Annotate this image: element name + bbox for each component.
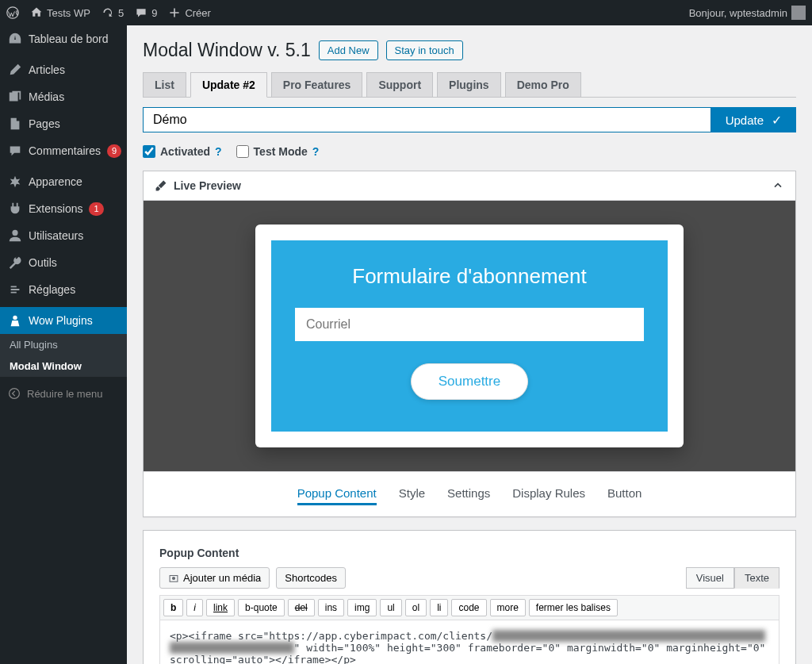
code-text-pre: <p><iframe src="https://app.cyberimpact.… [170, 630, 492, 642]
menu-label: Extensions [29, 202, 82, 215]
menu-appearance[interactable]: Apparence [0, 168, 127, 195]
svg-point-3 [10, 389, 20, 399]
nav-tabs: List Update #2 Pro Features Support Plug… [143, 72, 796, 98]
menu-media[interactable]: Médias [0, 83, 127, 110]
tab-plugins[interactable]: Plugins [437, 72, 501, 97]
panel-toggle[interactable]: Live Preview [144, 171, 795, 201]
svg-point-4 [172, 576, 175, 579]
email-field[interactable] [295, 308, 644, 341]
menu-dashboard[interactable]: Tableau de bord [0, 25, 127, 52]
user-greeting[interactable]: Bonjour, wptestadmin [689, 6, 806, 20]
test-mode-label: Test Mode [254, 145, 308, 158]
menu-tools[interactable]: Outils [0, 249, 127, 276]
menu-label: Pages [29, 117, 60, 130]
submenu-modal-window[interactable]: Modal Window [0, 355, 127, 377]
stay-in-touch-button[interactable]: Stay in touch [386, 40, 463, 60]
subtab-style[interactable]: Style [399, 486, 425, 505]
admin-bar: Tests WP 5 9 Créer Bonjour, wptestadmin [0, 0, 812, 25]
toolbar-close-tags[interactable]: fermer les balises [529, 599, 618, 616]
tab-pro-features[interactable]: Pro Features [271, 72, 363, 97]
code-textarea[interactable]: <p><iframe src="https://app.cyberimpact.… [159, 620, 779, 664]
submit-button[interactable]: Soumettre [411, 363, 528, 400]
site-link[interactable]: Tests WP [30, 6, 90, 19]
help-icon[interactable]: ? [215, 145, 222, 158]
svg-point-1 [12, 230, 17, 236]
panel-title: Live Preview [174, 179, 241, 192]
subtab-popup-content[interactable]: Popup Content [297, 486, 377, 505]
tab-list[interactable]: List [143, 72, 186, 97]
toolbar-del[interactable]: del [288, 599, 315, 616]
comments-link[interactable]: 9 [135, 6, 157, 19]
menu-label: Articles [29, 63, 65, 76]
toolbar-more[interactable]: more [490, 599, 526, 616]
toolbar-ol[interactable]: ol [405, 599, 427, 616]
updates-link[interactable]: 5 [102, 6, 124, 19]
modal-heading: Formulaire d'abonnement [295, 264, 644, 289]
menu-label: Wow Plugins [29, 314, 93, 327]
media-icon [168, 573, 179, 584]
test-mode-checkbox[interactable]: Test Mode? [236, 145, 320, 158]
menu-users[interactable]: Utilisateurs [0, 222, 127, 249]
toolbar-ins[interactable]: ins [318, 599, 344, 616]
menu-label: Utilisateurs [29, 229, 83, 242]
menu-label: Médias [29, 90, 64, 103]
modal-title-input[interactable] [143, 107, 711, 132]
admin-sidebar: Tableau de bord Articles Médias Pages Co… [0, 25, 127, 664]
menu-plugins[interactable]: Extensions1 [0, 195, 127, 222]
page-title: Modal Window v. 5.1 [143, 40, 311, 61]
update-button[interactable]: Update✓ [711, 107, 796, 132]
add-media-button[interactable]: Ajouter un média [159, 567, 270, 589]
menu-wow-plugins[interactable]: Wow Plugins [0, 307, 127, 334]
submenu-all-plugins[interactable]: All Plugins [0, 334, 127, 355]
check-icon: ✓ [772, 113, 782, 128]
editor-tab-text[interactable]: Texte [734, 567, 779, 589]
tab-demo-pro[interactable]: Demo Pro [505, 72, 581, 97]
add-media-label: Ajouter un média [183, 572, 261, 584]
collapse-label: Réduire le menu [27, 388, 102, 400]
menu-label: Tableau de bord [29, 33, 108, 45]
toolbar-li[interactable]: li [430, 599, 448, 616]
preview-stage: Formulaire d'abonnement Soumettre [144, 201, 795, 471]
plugins-badge: 1 [89, 202, 103, 216]
popup-content-panel: Popup Content Ajouter un média Shortcode… [143, 530, 796, 664]
updates-count: 5 [118, 7, 124, 19]
subtab-settings[interactable]: Settings [447, 486, 490, 505]
help-icon[interactable]: ? [312, 145, 320, 158]
main-content: Modal Window v. 5.1 Add New Stay in touc… [127, 25, 812, 664]
subtab-display-rules[interactable]: Display Rules [512, 486, 585, 505]
avatar [791, 6, 806, 20]
toolbar-ul[interactable]: ul [380, 599, 401, 616]
activated-checkbox[interactable]: Activated? [143, 145, 222, 158]
menu-settings[interactable]: Réglages [0, 276, 127, 303]
brush-icon [155, 179, 167, 192]
menu-label: Apparence [29, 175, 82, 188]
svg-point-2 [13, 316, 17, 320]
collapse-menu[interactable]: Réduire le menu [0, 381, 127, 406]
activated-label: Activated [160, 145, 210, 158]
new-content[interactable]: Créer [168, 6, 211, 19]
greeting-text: Bonjour, wptestadmin [689, 7, 787, 19]
activated-input[interactable] [143, 145, 155, 158]
comments-badge: 9 [107, 144, 121, 158]
modal-preview: Formulaire d'abonnement Soumettre [255, 225, 684, 447]
editor-tab-visual[interactable]: Visuel [686, 567, 734, 589]
toolbar-bquote[interactable]: b-quote [238, 599, 285, 616]
toolbar-italic[interactable]: i [186, 599, 203, 616]
add-new-button[interactable]: Add New [319, 40, 378, 60]
wp-logo[interactable] [6, 6, 19, 19]
test-mode-input[interactable] [236, 145, 249, 158]
tab-support[interactable]: Support [366, 72, 433, 97]
subtab-button[interactable]: Button [607, 486, 642, 505]
live-preview-panel: Live Preview Formulaire d'abonnement Sou… [143, 171, 796, 517]
toolbar-link[interactable]: link [206, 599, 235, 616]
toolbar-img[interactable]: img [347, 599, 377, 616]
menu-comments[interactable]: Commentaires9 [0, 137, 127, 164]
menu-pages[interactable]: Pages [0, 110, 127, 137]
toolbar-code[interactable]: code [451, 599, 486, 616]
chevron-up-icon[interactable] [772, 179, 784, 192]
toolbar-bold[interactable]: b [163, 599, 183, 616]
menu-posts[interactable]: Articles [0, 56, 127, 83]
shortcodes-button[interactable]: Shortcodes [276, 567, 346, 589]
tab-update[interactable]: Update #2 [190, 72, 267, 98]
menu-label: Réglages [29, 283, 75, 296]
